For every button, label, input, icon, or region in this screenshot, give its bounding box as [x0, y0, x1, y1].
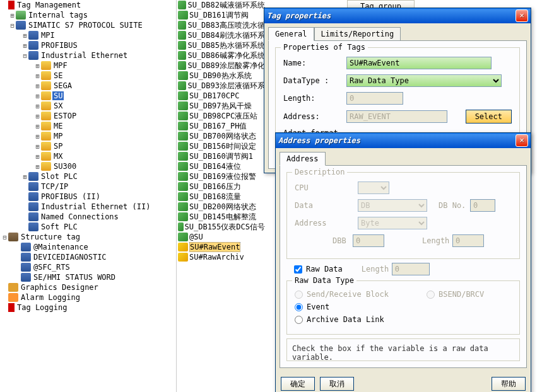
tag-group-item[interactable]: SU_DB93涂层液循环系 — [177, 81, 265, 91]
length-input — [346, 92, 403, 105]
tag-group-item[interactable]: SU_DB97热风干燥 — [177, 101, 265, 111]
tag-group-label: SU_DB98CPC液压站 — [189, 111, 257, 122]
graphics-icon — [8, 283, 18, 292]
tree-slot-plc[interactable]: ⊞Slot PLC — [0, 171, 176, 182]
tree-sp[interactable]: ⊞SP — [0, 141, 176, 151]
tree-industrial-ethernet[interactable]: ⊟Industrial Ethernet — [0, 50, 176, 61]
tag-group-item[interactable]: SU_DB170CPC — [177, 91, 265, 101]
tag-label: SU#RawEvent — [189, 242, 240, 252]
dbb-input — [353, 234, 384, 247]
radio-archive-data-link[interactable] — [295, 316, 303, 324]
tag-group-label: SU_DB700网络状态 — [189, 131, 256, 142]
tree-mp[interactable]: ⊞MP — [0, 131, 176, 141]
tag-group-label: SU_DB82碱液循环系统 — [187, 0, 265, 11]
length-label: Length: — [283, 94, 346, 103]
tag-group-icon — [178, 162, 188, 171]
tree-mpf[interactable]: ⊞MPF — [0, 61, 176, 71]
dialog-title-text: Tag properties — [267, 11, 515, 20]
tag-group-item[interactable]: SU_DB82碱液循环系统 — [177, 0, 265, 10]
select-button[interactable]: Select — [466, 110, 512, 124]
datatype-select[interactable]: Raw Data Type — [346, 74, 502, 87]
ok-button[interactable]: 确定 — [281, 377, 315, 391]
tag-group-icon — [178, 172, 188, 181]
tag-group-item[interactable]: @SU — [177, 232, 265, 242]
tree-tcpip[interactable]: TCP/IP — [0, 182, 176, 192]
tag-group-item[interactable]: SU_DB160调节阀1 — [177, 151, 265, 161]
tab-general[interactable]: General — [268, 27, 314, 41]
tree-su300[interactable]: ⊞SU300 — [0, 161, 176, 171]
cancel-button[interactable]: 取消 — [320, 377, 354, 391]
tree-sfc-rts[interactable]: @SFC_RTS — [0, 262, 176, 272]
tree-mpi[interactable]: ⊞MPI — [0, 30, 176, 40]
tag-group-item[interactable]: SU_DB167_PH值 — [177, 121, 265, 131]
tag-group-item[interactable]: SU_DB200网络状态 — [177, 202, 265, 212]
tag-group-item[interactable]: SU_DB168流量 — [177, 192, 265, 202]
protocol-icon — [16, 21, 26, 30]
tab-limits-reporting[interactable]: Limits/Reporting — [314, 27, 401, 40]
tree-devicediagnostic[interactable]: DEVICEDIAGNOSTIC — [0, 252, 176, 262]
channel-icon — [28, 41, 38, 50]
close-icon[interactable]: ✕ — [515, 134, 528, 147]
tag-group-item[interactable]: SU_DB90热水系统 — [177, 71, 265, 81]
raw-data-checkbox[interactable] — [294, 265, 302, 274]
tag-group-item[interactable]: SU_DB85热水循环系统 — [177, 40, 265, 50]
raw-data-label: Raw Data — [306, 265, 343, 274]
tree-tag-logging[interactable]: Tag Logging — [0, 303, 176, 313]
tree-mx[interactable]: ⊞MX — [0, 151, 176, 161]
tree-structure-tag[interactable]: ⊟Structure tag — [0, 232, 176, 242]
tree-sega[interactable]: ⊞SEGA — [0, 81, 176, 91]
tree-named-conn[interactable]: Named Connections — [0, 212, 176, 222]
tag-group-label: SU_DB166压力 — [189, 182, 241, 192]
close-icon[interactable]: ✕ — [515, 9, 528, 22]
tree-graphics-designer[interactable]: Graphics Designer — [0, 282, 176, 292]
name-input[interactable] — [346, 57, 492, 69]
tag-group-icon — [178, 81, 186, 90]
dialog-titlebar[interactable]: Tag properties ✕ — [264, 8, 531, 23]
struct-item-icon — [21, 273, 31, 282]
radio-event[interactable] — [295, 303, 303, 311]
tree-estop[interactable]: ⊞ESTOP — [0, 111, 176, 121]
tree-root[interactable]: Tag Management — [0, 0, 176, 10]
tree-su[interactable]: ⊞SU — [0, 91, 176, 101]
tree-me[interactable]: ⊞ME — [0, 121, 176, 131]
tag-group-item[interactable]: SU_DB155仪表DCS信号 — [177, 222, 265, 232]
tag-group-item[interactable]: SU_DB164液位 — [177, 161, 265, 171]
tag-group-item[interactable]: SU_DB145电解整流 — [177, 212, 265, 222]
tree-internal-tags[interactable]: ⊞Internal tags — [0, 10, 176, 20]
tree-se[interactable]: ⊞SE — [0, 71, 176, 81]
tag-item-selected[interactable]: SU#RawEvent — [177, 242, 265, 252]
taglog-icon — [8, 303, 15, 312]
tree-profibus[interactable]: ⊞PROFIBUS — [0, 40, 176, 50]
tag-group-item[interactable]: SU_DB89涂层酸雾净化 — [177, 61, 265, 71]
tree-alarm-logging[interactable]: Alarm Logging — [0, 292, 176, 303]
tag-item[interactable]: SU#RawArchiv — [177, 252, 265, 262]
tag-group-item[interactable]: SU_DB166压力 — [177, 182, 265, 192]
tag-group-item[interactable]: SU_DB83高压喷洗水循 — [177, 20, 265, 30]
tag-group-item[interactable]: SU_DB700网络状态 — [177, 131, 265, 141]
tree-soft-plc[interactable]: Soft PLC — [0, 222, 176, 232]
tag-group-item[interactable]: SU_DB86碱雾净化系统 — [177, 50, 265, 61]
tag-group-item[interactable]: SU_DB84刷洗水循环系 — [177, 30, 265, 40]
tag-icon — [178, 253, 188, 262]
tree-ie-2[interactable]: Industrial Ethernet (II) — [0, 202, 176, 212]
tag-group-label: SU_DB90热水系统 — [189, 71, 252, 81]
tree-hmi-status[interactable]: SE/HMI STATUS WORD — [0, 272, 176, 282]
tag-group-item[interactable]: SU_DB156时间设定 — [177, 141, 265, 151]
cpu-label: CPU — [295, 183, 358, 192]
tree-maintenance[interactable]: @Maintenance — [0, 242, 176, 252]
radio-bsend-brcv-label: BSEND/BRCV — [439, 290, 484, 299]
tree-sx[interactable]: ⊞SX — [0, 101, 176, 111]
tag-group-icon — [178, 142, 188, 151]
tree-profibus-2[interactable]: PROFIBUS (II) — [0, 192, 176, 202]
tree-s7-suite[interactable]: ⊟SIMATIC S7 PROTOCOL SUITE — [0, 20, 176, 30]
help-button[interactable]: 帮助 — [492, 377, 526, 391]
dialog-titlebar[interactable]: Address properties ✕ — [276, 133, 531, 148]
tag-group-item[interactable]: SU_DB161调节阀 — [177, 10, 265, 20]
tag-group-icon — [178, 31, 186, 40]
tag-mgmt-icon — [8, 1, 15, 9]
tag-group-item[interactable]: SU_DB169液位报警 — [177, 171, 265, 182]
tab-address[interactable]: Address — [280, 152, 326, 166]
tag-group-item[interactable]: SU_DB98CPC液压站 — [177, 111, 265, 121]
conn-icon — [41, 112, 51, 120]
tag-group-icon — [178, 202, 188, 211]
